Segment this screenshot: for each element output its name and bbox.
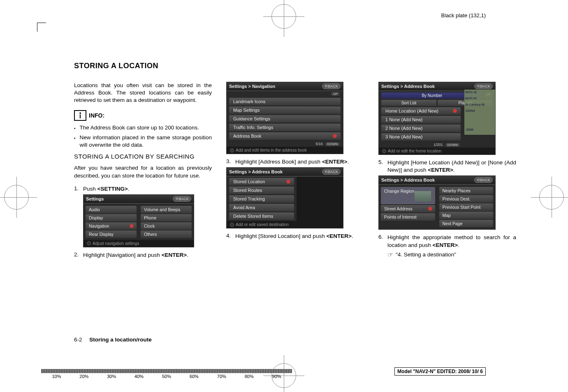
nav-traffic-info[interactable]: Traffic Info. Settings bbox=[229, 124, 341, 131]
step-5-text: Highlight [Home Location (Add New)] or [… bbox=[387, 159, 516, 174]
knob-icon bbox=[230, 223, 234, 227]
nav-guidance-settings[interactable]: Guidance Settings bbox=[229, 115, 341, 122]
registration-mark-left bbox=[0, 181, 33, 214]
shot-search-title: Settings > Address Book bbox=[381, 178, 435, 182]
scale-40: 40% bbox=[125, 374, 153, 379]
subsection-title: STORING A LOCATION BY SEARCHING bbox=[74, 153, 212, 160]
back-button[interactable]: ⟲BACK bbox=[474, 177, 493, 183]
addr-avoid-area[interactable]: Avoid Area bbox=[229, 204, 294, 211]
black-plate-label: Black plate (132,1) bbox=[441, 12, 486, 18]
sort-list-button[interactable]: Sort List bbox=[381, 100, 436, 106]
home-location-row[interactable]: Home Location (Add New) bbox=[381, 107, 461, 115]
addr-stored-tracking[interactable]: Stored Tracking bbox=[229, 195, 294, 203]
scale-10: 10% bbox=[43, 374, 70, 379]
back-button[interactable]: ⟲BACK bbox=[173, 196, 191, 202]
change-region[interactable]: Change Region bbox=[381, 187, 435, 204]
addr-stored-location[interactable]: Stored Location bbox=[229, 178, 294, 185]
screenshot-search-method: Settings > Address Book ⟲BACK Change Reg… bbox=[378, 175, 496, 230]
crop-mark-top-left bbox=[37, 23, 46, 32]
step-1-number: 1. bbox=[74, 185, 83, 193]
nearby-places[interactable]: Nearby Places bbox=[439, 187, 494, 194]
step-4-text: Highlight [Stored Location] and push <EN… bbox=[235, 233, 364, 240]
main-content: STORING A LOCATION Locations that you of… bbox=[74, 62, 516, 261]
page-footer: 6-2 Storing a location/route bbox=[74, 337, 152, 343]
step-3: 3. Highlight [Address Book] and push <EN… bbox=[226, 158, 364, 166]
registration-mark-top bbox=[267, 0, 300, 33]
page-number: 6-2 bbox=[74, 337, 82, 343]
step-3-text: Highlight [Address Book] and push <ENTER… bbox=[235, 158, 364, 166]
step-1: 1. Push <SETTING>. bbox=[74, 185, 212, 193]
scale-20: 20% bbox=[70, 374, 98, 379]
settings-display[interactable]: Display bbox=[86, 214, 137, 221]
step-2-number: 2. bbox=[74, 251, 83, 259]
settings-others[interactable]: Others bbox=[141, 231, 192, 238]
pager-text: 5/16 bbox=[315, 142, 323, 146]
bullet-1: The Address Book can store up to 200 loc… bbox=[80, 124, 212, 131]
knob-icon bbox=[382, 149, 386, 153]
shot-addr-title: Settings > Address Book bbox=[229, 169, 283, 174]
column-1: Locations that you often visit can be st… bbox=[74, 82, 212, 261]
down-button[interactable]: DOWN bbox=[445, 143, 460, 147]
points-of-interest[interactable]: Points of Interest bbox=[381, 213, 435, 221]
settings-audio[interactable]: Audio bbox=[86, 206, 137, 213]
list-row-3[interactable]: 3 None (Add New) bbox=[381, 133, 461, 141]
scale-70: 70% bbox=[208, 374, 235, 379]
scale-80: 80% bbox=[235, 374, 263, 379]
settings-volume-beeps[interactable]: Volume and Beeps bbox=[141, 206, 192, 213]
column-3: Settings > Address Book ⟲BACK By Number … bbox=[378, 82, 516, 261]
street-address[interactable]: Street Address bbox=[381, 205, 435, 212]
info-icon: i bbox=[74, 110, 86, 121]
info-header: i INFO: bbox=[74, 110, 212, 121]
previous-dest[interactable]: Previous Dest. bbox=[439, 195, 494, 203]
step-6-text: Highlight the appropriate method to sear… bbox=[387, 234, 516, 249]
back-button[interactable]: ⟲BACK bbox=[322, 169, 341, 175]
screenshot-address-book: Settings > Address Book ⟲BACK Stored Loc… bbox=[226, 167, 343, 228]
list-row-1[interactable]: 1 None (Add New) bbox=[381, 116, 461, 123]
info-bullets: The Address Book can store up to 200 loc… bbox=[74, 124, 212, 149]
next-page[interactable]: Next Page bbox=[439, 220, 494, 227]
previous-start-point[interactable]: Previous Start Point bbox=[439, 203, 494, 211]
settings-phone[interactable]: Phone bbox=[141, 214, 192, 221]
screenshot-settings: Settings ⟲BACK Audio Display Navigation … bbox=[83, 194, 194, 247]
step-3-number: 3. bbox=[226, 158, 235, 166]
addr-stored-routes[interactable]: Stored Routes bbox=[229, 187, 294, 194]
scale-50: 50% bbox=[153, 374, 181, 379]
map[interactable]: Map bbox=[439, 212, 494, 219]
shot-list-footer: Add or edit the home location bbox=[388, 149, 441, 153]
scale-60: 60% bbox=[180, 374, 208, 379]
intro-paragraph: Locations that you often visit can be st… bbox=[74, 82, 212, 104]
shot-list-title: Settings > Address Book bbox=[381, 84, 435, 89]
section-title: STORING A LOCATION bbox=[74, 62, 516, 70]
step-4: 4. Highlight [Stored Location] and push … bbox=[226, 233, 364, 240]
up-button[interactable]: UP bbox=[331, 92, 340, 96]
down-button[interactable]: DOWN bbox=[325, 142, 340, 146]
settings-navigation[interactable]: Navigation bbox=[86, 222, 137, 230]
scale-30: 30% bbox=[98, 374, 125, 379]
nav-map-settings[interactable]: Map Settings bbox=[229, 106, 341, 114]
shot-settings-footer: Adjust navigation settings bbox=[93, 241, 139, 246]
shot-settings-title: Settings bbox=[86, 196, 104, 201]
settings-clock[interactable]: Clock bbox=[141, 222, 192, 230]
nav-address-book[interactable]: Address Book bbox=[229, 132, 341, 140]
settings-rear-display[interactable]: Rear Display bbox=[86, 231, 137, 238]
step-1-text: Push <SETTING>. bbox=[83, 185, 212, 193]
addr-delete-stored[interactable]: Delete Stored Items bbox=[229, 212, 294, 220]
scale-bar: 10% 20% 30% 40% 50% 60% 70% 80% 90% bbox=[41, 369, 292, 380]
shot-nav-title: Settings > Navigation bbox=[229, 84, 275, 89]
pager-text: 1/201 bbox=[434, 143, 443, 147]
reference-icon: ☞ bbox=[387, 251, 393, 258]
step-5-number: 5. bbox=[378, 159, 387, 174]
cross-reference: ☞ "4. Setting a destination" bbox=[387, 251, 516, 258]
back-button[interactable]: ⟲BACK bbox=[322, 83, 341, 89]
scale-90: 90% bbox=[263, 374, 290, 379]
nav-landmark-icons[interactable]: Landmark Icons bbox=[229, 98, 341, 105]
step-2-text: Highlight [Navigation] and push <ENTER>. bbox=[83, 251, 212, 259]
list-row-2[interactable]: 2 None (Add New) bbox=[381, 125, 461, 132]
screenshot-address-list: Settings > Address Book ⟲BACK By Number … bbox=[378, 82, 496, 155]
step-6: 6. Highlight the appropriate method to s… bbox=[378, 234, 516, 249]
registration-mark-right bbox=[535, 181, 568, 214]
info-label: INFO: bbox=[89, 112, 104, 119]
subsection-paragraph: After you have searched for a location a… bbox=[74, 164, 212, 179]
shot-addr-footer: Add or edit saved destination bbox=[236, 222, 289, 227]
back-button[interactable]: ⟲BACK bbox=[474, 83, 493, 89]
